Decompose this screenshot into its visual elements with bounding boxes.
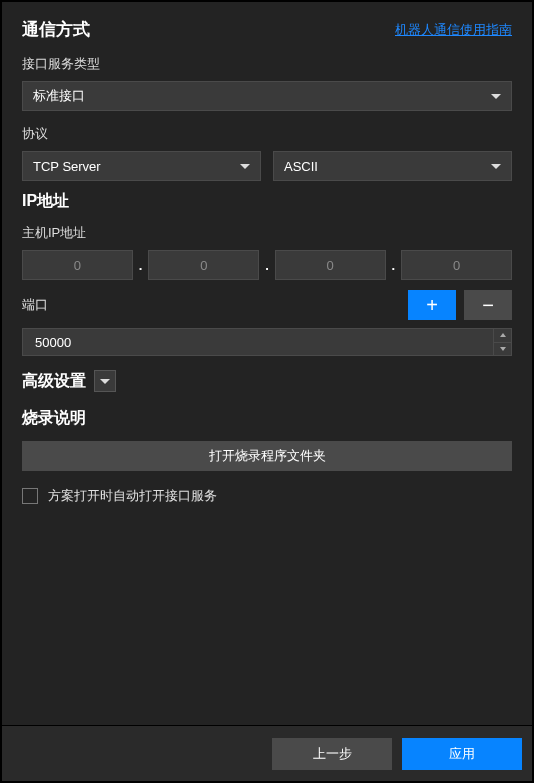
config-panel: 通信方式 机器人通信使用指南 接口服务类型 标准接口 协议 TCP Server… (0, 0, 534, 783)
ip-dot: . (265, 258, 269, 273)
auto-open-row[interactable]: 方案打开时自动打开接口服务 (22, 487, 512, 505)
advanced-row: 高级设置 (22, 370, 512, 392)
port-spinner (494, 328, 512, 356)
encoding-value: ASCII (284, 159, 318, 174)
chevron-down-icon (491, 164, 501, 169)
ip-input-row: 0 . 0 . 0 . 0 (22, 250, 512, 280)
ip-octet-1[interactable]: 0 (22, 250, 133, 280)
advanced-expand-button[interactable] (94, 370, 116, 392)
header-row: 通信方式 机器人通信使用指南 (22, 18, 512, 41)
protocol-label: 协议 (22, 125, 512, 143)
open-burn-folder-button[interactable]: 打开烧录程序文件夹 (22, 441, 512, 471)
auto-open-label: 方案打开时自动打开接口服务 (48, 487, 217, 505)
protocol-row: TCP Server ASCII (22, 151, 512, 181)
port-input[interactable]: 50000 (22, 328, 494, 356)
footer: 上一步 应用 (2, 725, 532, 781)
port-step-up[interactable] (494, 329, 511, 343)
ip-octet-4[interactable]: 0 (401, 250, 512, 280)
port-step-down[interactable] (494, 343, 511, 356)
port-row: 端口 + − (22, 290, 512, 320)
prev-button[interactable]: 上一步 (272, 738, 392, 770)
chevron-down-icon (491, 94, 501, 99)
interface-type-value: 标准接口 (33, 87, 85, 105)
host-ip-label: 主机IP地址 (22, 224, 512, 242)
port-input-row: 50000 (22, 328, 512, 356)
port-label: 端口 (22, 296, 400, 314)
ip-address-title: IP地址 (22, 191, 512, 212)
encoding-select[interactable]: ASCII (273, 151, 512, 181)
interface-type-label: 接口服务类型 (22, 55, 512, 73)
panel-content: 通信方式 机器人通信使用指南 接口服务类型 标准接口 协议 TCP Server… (2, 2, 532, 725)
chevron-up-icon (500, 333, 506, 337)
advanced-title: 高级设置 (22, 371, 86, 392)
auto-open-checkbox[interactable] (22, 488, 38, 504)
transport-value: TCP Server (33, 159, 101, 174)
minus-icon: − (482, 294, 494, 317)
burn-title: 烧录说明 (22, 408, 512, 429)
interface-type-select[interactable]: 标准接口 (22, 81, 512, 111)
chevron-down-icon (500, 347, 506, 351)
chevron-down-icon (100, 379, 110, 384)
add-port-button[interactable]: + (408, 290, 456, 320)
transport-select[interactable]: TCP Server (22, 151, 261, 181)
chevron-down-icon (240, 164, 250, 169)
robot-guide-link[interactable]: 机器人通信使用指南 (395, 21, 512, 39)
remove-port-button[interactable]: − (464, 290, 512, 320)
ip-octet-2[interactable]: 0 (148, 250, 259, 280)
ip-dot: . (392, 258, 396, 273)
ip-dot: . (139, 258, 143, 273)
plus-icon: + (426, 294, 438, 317)
communication-title: 通信方式 (22, 18, 90, 41)
ip-octet-3[interactable]: 0 (275, 250, 386, 280)
apply-button[interactable]: 应用 (402, 738, 522, 770)
